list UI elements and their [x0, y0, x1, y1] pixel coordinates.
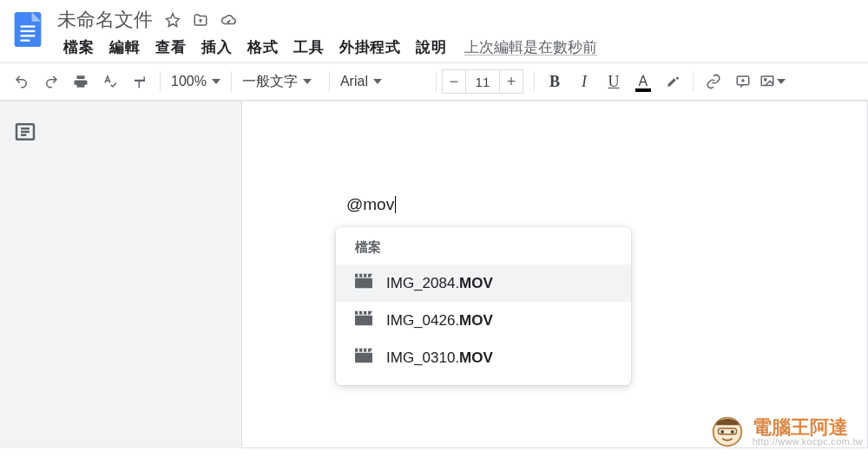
typed-text: @mov [346, 195, 396, 214]
menu-view[interactable]: 查看 [148, 34, 194, 61]
svg-rect-12 [355, 278, 372, 289]
add-comment-button[interactable] [730, 69, 756, 95]
svg-rect-3 [21, 35, 36, 36]
separator [160, 71, 161, 92]
watermark: 電腦王阿達 http://www.kocpc.com.tw [707, 410, 863, 454]
docs-app-icon[interactable] [0, 7, 56, 47]
dropdown-item-label: IMG_0426.MOV [386, 312, 493, 330]
highlight-button[interactable] [660, 69, 686, 95]
move-folder-icon[interactable] [193, 12, 208, 28]
video-file-icon [355, 348, 372, 368]
chevron-down-icon [212, 74, 220, 89]
star-icon[interactable] [165, 12, 181, 28]
italic-button[interactable]: I [571, 69, 597, 95]
menu-insert[interactable]: 插入 [194, 34, 240, 61]
svg-rect-2 [21, 30, 36, 32]
svg-rect-19 [366, 311, 368, 315]
svg-rect-21 [358, 349, 359, 352]
chevron-down-icon [777, 74, 786, 89]
dropdown-item[interactable]: IMG_0426.MOV [336, 302, 631, 339]
dropdown-section-label: 檔案 [336, 239, 631, 264]
font-size-input[interactable] [466, 69, 499, 94]
insert-link-button[interactable] [700, 69, 727, 95]
video-file-icon [355, 310, 372, 330]
text-cursor [395, 196, 396, 213]
font-size-group: − + [442, 69, 523, 94]
svg-rect-14 [362, 274, 364, 277]
separator [231, 71, 232, 92]
menu-tools[interactable]: 工具 [286, 34, 332, 61]
watermark-brand: 電腦王阿達 [753, 418, 863, 437]
svg-rect-1 [21, 25, 36, 27]
zoom-value: 100% [171, 74, 207, 89]
separator [693, 71, 694, 92]
document-page[interactable]: @mov 檔案 IMG_2084.MOV IMG_0426.MOV IMG_03… [241, 101, 868, 448]
underline-button[interactable]: U [601, 69, 627, 95]
last-edit-link[interactable]: 上次編輯是在數秒前 [464, 37, 597, 57]
dropdown-item-label: IMG_2084.MOV [386, 275, 493, 292]
outline-toggle-button[interactable] [12, 119, 38, 145]
font-value: Arial [340, 74, 368, 89]
menu-file[interactable]: 檔案 [56, 34, 102, 61]
watermark-url: http://www.kocpc.com.tw [753, 437, 863, 447]
paragraph-style-dropdown[interactable]: 一般文字 [237, 69, 324, 95]
chevron-down-icon [373, 74, 382, 89]
menu-help[interactable]: 說明 [408, 34, 454, 61]
svg-rect-18 [362, 311, 364, 315]
font-size-decrease-button[interactable]: − [442, 69, 466, 94]
svg-rect-13 [358, 274, 359, 277]
chevron-down-icon [303, 74, 312, 89]
menu-format[interactable]: 格式 [240, 34, 286, 61]
dropdown-item-label: IMG_0310.MOV [386, 349, 493, 367]
svg-rect-0 [15, 12, 42, 47]
text-color-button[interactable]: A [630, 69, 656, 95]
document-title[interactable]: 未命名文件 [56, 7, 153, 33]
menu-addons[interactable]: 外掛程式 [332, 34, 408, 61]
svg-point-26 [731, 430, 734, 434]
svg-rect-4 [21, 40, 30, 42]
font-family-dropdown[interactable]: Arial [335, 69, 431, 95]
svg-rect-22 [362, 349, 364, 352]
dropdown-item[interactable]: IMG_0310.MOV [336, 339, 631, 376]
mascot-icon [707, 410, 747, 454]
svg-rect-20 [355, 353, 372, 363]
menu-bar: 檔案 編輯 查看 插入 格式 工具 外掛程式 說明 上次編輯是在數秒前 [56, 33, 868, 59]
undo-button[interactable] [9, 69, 35, 95]
print-button[interactable] [68, 69, 94, 95]
separator [329, 71, 330, 92]
toolbar: 100% 一般文字 Arial − + B I U A [0, 62, 868, 101]
redo-button[interactable] [38, 69, 64, 95]
left-rail [0, 101, 50, 448]
svg-point-7 [765, 79, 766, 81]
spellcheck-button[interactable] [97, 69, 123, 95]
style-value: 一般文字 [242, 73, 298, 91]
svg-rect-15 [366, 274, 368, 277]
title-block: 未命名文件 檔案 編輯 查看 插入 格式 工具 外掛程式 說明 上次編輯是在數秒… [56, 7, 868, 59]
zoom-dropdown[interactable]: 100% [166, 69, 226, 95]
smart-chip-dropdown: 檔案 IMG_2084.MOV IMG_0426.MOV IMG_0310.MO… [336, 227, 631, 385]
svg-rect-16 [355, 316, 372, 326]
bold-button[interactable]: B [542, 69, 568, 95]
separator [436, 71, 437, 92]
paint-format-button[interactable] [127, 69, 153, 95]
dropdown-item[interactable]: IMG_2084.MOV [336, 264, 631, 302]
cloud-status-icon[interactable] [220, 12, 236, 28]
insert-image-button[interactable] [760, 69, 786, 95]
font-size-increase-button[interactable]: + [499, 69, 523, 94]
svg-rect-17 [358, 311, 359, 315]
svg-rect-23 [366, 349, 368, 352]
separator [534, 71, 535, 92]
svg-point-25 [720, 430, 724, 434]
video-file-icon [355, 273, 372, 293]
workspace: @mov 檔案 IMG_2084.MOV IMG_0426.MOV IMG_03… [0, 101, 868, 448]
menu-edit[interactable]: 編輯 [102, 34, 148, 61]
header: 未命名文件 檔案 編輯 查看 插入 格式 工具 外掛程式 說明 上次編輯是在數秒… [0, 0, 868, 59]
